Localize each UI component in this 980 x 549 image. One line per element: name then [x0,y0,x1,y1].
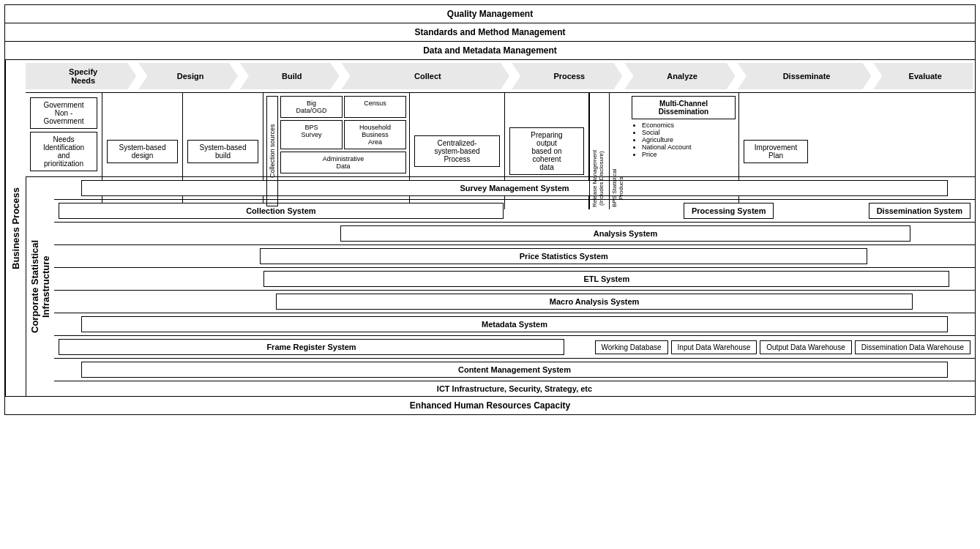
arrow-build: Build [240,63,340,89]
dissemination-system-box: Dissemination System [869,203,970,219]
bullet-social: Social [642,129,736,136]
standards-label: Standards and Method Management [414,27,565,37]
price-stats-box: Price Statistics System [260,248,867,264]
row-ict: ICT Infrastructure, Security, Strategy, … [54,381,975,396]
dissemination-dw-box: Dissemination Data Warehouse [855,340,970,354]
bps-survey-box: BPSSurvey [280,120,343,149]
collect-mid: BPSSurvey HouseholdBusinessArea [280,120,406,149]
arrow-collect: Collect [342,63,510,89]
row-survey-mgmt: Survey Management System [54,177,975,200]
design-box: System-baseddesign [107,140,178,163]
arrow-design: Design [138,63,238,89]
disseminate-bullets: Economics Social Agriculture National Ac… [632,122,736,158]
multi-channel-box: Multi-ChannelDissemination [632,96,736,119]
row-content-mgmt: Content Management System [54,359,975,381]
row-frame-register: Frame Register System Working Database I… [54,336,975,359]
ict-label: ICT Infrastructure, Security, Strategy, … [437,384,592,393]
bp-arrows-row: SpecifyNeeds Design Build Collect Proces… [26,60,975,93]
data-metadata-bar: Data and Metadata Management [5,42,975,60]
survey-mgmt-box: Survey Management System [81,180,948,196]
processing-system-box: Processing System [684,203,774,219]
row-metadata: Metadata System [54,313,975,336]
collect-top: BigData/OGD Census [280,96,406,118]
analyze-box: Preparingoutputbased oncoherentdata [509,127,584,175]
needs-id-box: NeedsIdentificationandprioritization [30,132,97,171]
macro-analysis-box: Macro Analysis System [276,294,913,310]
quality-label: Quality Management [447,9,533,19]
collection-sources-label: Collection sources [266,96,278,206]
enhanced-hr-label: Enhanced Human Resources Capacity [410,400,570,411]
bullet-agriculture: Agriculture [642,136,736,143]
output-dw-box: Output Data Warehouse [760,340,851,354]
csi-content: Survey Management System Collection Syst… [54,177,975,396]
process-box: Centralized-system-basedProcess [414,135,500,167]
frame-register-box: Frame Register System [59,339,564,355]
household-box: HouseholdBusinessArea [344,120,406,149]
big-data-box: BigData/OGD [280,96,343,118]
row-etl: ETL System [54,268,975,291]
row-analysis: Analysis System [54,223,975,245]
analysis-system-box: Analysis System [340,225,911,242]
metadata-system-box: Metadata System [81,316,948,332]
arrow-disseminate: Disseminate [738,63,872,89]
bps-products-label: BPS StatisticalProducts [609,93,626,209]
build-box: System-basedbuild [187,140,258,163]
release-mgmt-label: Release Management(Includes Disclosure) [589,93,606,209]
footer-hr: Enhanced Human Resources Capacity [5,396,975,414]
bp-section: SpecifyNeeds Design Build Collect Proces… [26,60,975,177]
main-content: Business Process SpecifyNeeds Design Bui… [5,60,975,396]
admin-data-box: AdministrativeData [280,152,406,173]
row-collection-processing: Collection System Processing System Diss… [54,200,975,223]
standards-bar: Standards and Method Management [5,23,975,42]
row-macro: Macro Analysis System [54,291,975,313]
right-content: SpecifyNeeds Design Build Collect Proces… [26,60,975,396]
etl-system-box: ETL System [263,271,949,287]
business-process-label: Business Process [5,60,26,396]
csi-label: Corporate StatisticalInfrastructure [26,177,54,396]
content-mgmt-box: Content Management System [81,362,948,378]
input-dw-box: Input Data Warehouse [671,340,758,354]
arrow-process: Process [512,63,622,89]
evaluate-box: ImprovementPlan [744,140,808,163]
arrow-evaluate: Evaluate [873,63,973,89]
outer-wrapper: Quality Management Standards and Method … [4,4,976,415]
gov-nongov-box: GovernmentNon -Government [30,97,97,129]
arrow-analyze: Analyze [624,63,735,89]
quality-management-bar: Quality Management [5,5,975,23]
bullet-national: National Account [642,143,736,151]
census-box: Census [344,96,406,118]
row-price-stats: Price Statistics System [54,245,975,268]
arrow-specify: SpecifyNeeds [26,63,136,89]
data-metadata-label: Data and Metadata Management [423,45,557,56]
bullet-economics: Economics [642,122,736,129]
collection-system-box: Collection System [59,203,504,219]
csi-section: Corporate StatisticalInfrastructure Surv… [26,177,975,396]
working-db-box: Working Database [595,340,668,354]
bullet-price: Price [642,151,736,158]
